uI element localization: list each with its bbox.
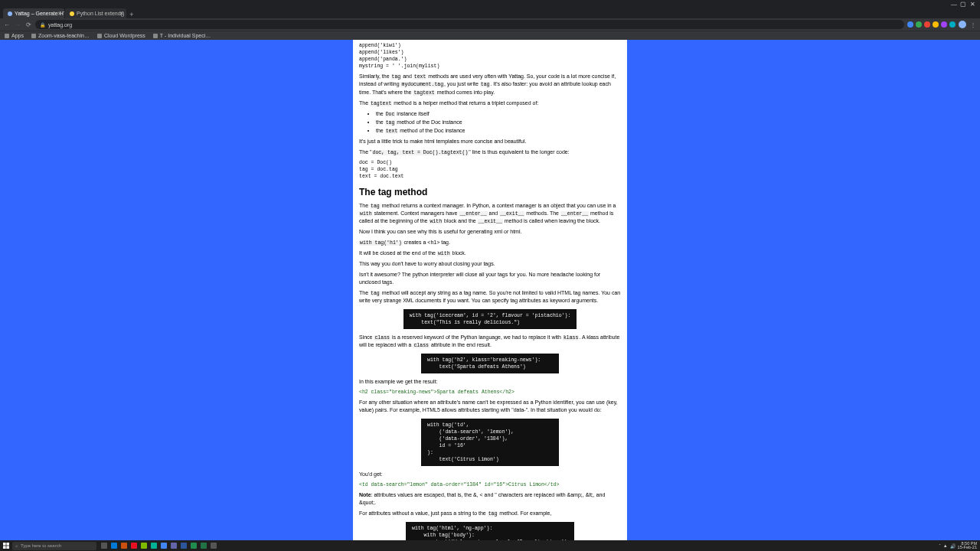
search-icon: ⌕ <box>15 543 18 548</box>
paragraph: Note: attributes values are escaped, tha… <box>359 491 621 507</box>
svg-rect-2 <box>3 546 6 549</box>
menu-button[interactable]: ⋮ <box>969 21 977 28</box>
list-item: the Doc instance itself <box>376 110 621 118</box>
taskbar-search[interactable]: ⌕ Type here to search <box>12 542 96 550</box>
taskbar-app-icon[interactable] <box>109 541 119 550</box>
window-close[interactable]: ✕ <box>968 1 977 8</box>
back-button[interactable]: ← <box>3 21 11 28</box>
apps-icon <box>5 34 9 38</box>
svg-rect-3 <box>6 546 9 549</box>
extension-icon[interactable] <box>941 21 947 28</box>
taskbar-app-icon[interactable] <box>100 541 109 550</box>
window-maximize[interactable]: ▢ <box>959 1 968 8</box>
taskbar-app-icon[interactable] <box>189 541 198 550</box>
extension-icon[interactable] <box>916 21 922 28</box>
paragraph: It's just a little trick to make html te… <box>359 138 621 145</box>
favicon-icon <box>70 11 74 16</box>
paragraph: with tag('h1') creates a <h1> tag. <box>359 239 621 246</box>
code-block: with tag('html', 'ng-app'): with tag('bo… <box>406 522 574 540</box>
lock-icon: 🔒 <box>40 22 45 28</box>
paragraph: This way you don't have to worry about c… <box>359 260 621 268</box>
code-block: with tag('td', ('data-search', 'lemon'),… <box>421 419 559 467</box>
list-item: the text method of the Doc instance <box>376 127 621 135</box>
browser-tab-strip: Yattag – Generate HTML with Py ✕ Python … <box>0 8 980 18</box>
extension-icon[interactable] <box>907 21 913 28</box>
browser-tab[interactable]: Python List extend() ✕ <box>65 8 126 18</box>
forward-button[interactable]: → <box>14 21 21 28</box>
windows-icon <box>3 543 9 549</box>
extension-icon[interactable] <box>924 21 930 28</box>
browser-tab[interactable]: Yattag – Generate HTML with Py ✕ <box>3 8 64 18</box>
window-titlebar: — ▢ ✕ <box>0 0 980 8</box>
paragraph: The "doc, tag, text = Doc().tagtext()" l… <box>359 148 621 156</box>
browser-toolbar: ← → ⟳ 🔒 yattag.org ⋮ <box>0 18 980 31</box>
bookmark-icon <box>153 34 158 38</box>
taskbar-app-icon[interactable] <box>179 541 188 550</box>
page-viewport[interactable]: append('kiwi') append('likes') append('p… <box>0 40 980 540</box>
system-tray[interactable]: ˄ ▲ 🔊 8:50 PM 15-Feb-21 <box>939 542 978 550</box>
bookmarks-bar: Apps Zoom-vasa-teachin… Cloud Wordpress … <box>0 31 980 40</box>
code-block: with tag('h2', klass='breaking-news'): t… <box>421 354 559 373</box>
bookmark-item[interactable]: Cloud Wordpress <box>97 33 145 38</box>
bookmark-label: Zoom-vasa-teachin… <box>38 33 90 38</box>
taskbar-clock[interactable]: 8:50 PM 15-Feb-21 <box>958 542 977 550</box>
html-output: <td data-search="lemon" data-order="1384… <box>359 481 621 488</box>
bookmark-item[interactable]: Zoom-vasa-teachin… <box>31 33 90 38</box>
volume-icon[interactable]: 🔊 <box>950 543 956 549</box>
network-icon[interactable]: ▲ <box>943 543 948 548</box>
profile-avatar[interactable] <box>959 21 966 28</box>
heading-tag-method: The tag method <box>359 186 621 199</box>
windows-taskbar: ⌕ Type here to search ˄ ▲ 🔊 8:50 PM 15-F… <box>0 540 980 551</box>
taskbar-app-icon[interactable] <box>149 541 158 550</box>
bookmark-label: T - Individual Speci… <box>160 33 211 38</box>
list-item: the tag method of the Doc instance <box>376 119 621 126</box>
svg-rect-1 <box>6 543 9 546</box>
close-icon[interactable]: ✕ <box>119 11 124 17</box>
paragraph: The tag method will accept any string as… <box>359 289 621 305</box>
code-snippet: append('kiwi') append('likes') append('p… <box>359 42 621 70</box>
url-text: yattag.org <box>48 22 72 28</box>
paragraph: Isn't it awesome? The python interpreter… <box>359 271 621 286</box>
paragraph: Now I think you can see why this is usef… <box>359 228 621 236</box>
paragraph: For any other situation where an attribu… <box>359 399 621 414</box>
bookmark-label: Apps <box>11 33 24 38</box>
taskbar-app-icon[interactable] <box>119 541 129 550</box>
new-tab-button[interactable]: + <box>127 11 136 18</box>
extension-icons <box>907 21 956 28</box>
paragraph: Since class is a reserved keyword of the… <box>359 334 621 349</box>
paragraph: The tag method returns a context manager… <box>359 202 621 225</box>
code-block: with tag('icecream', id = '2', flavour =… <box>403 309 577 329</box>
code-snippet: doc = Doc() tag = doc.tag text = doc.tex… <box>359 159 621 180</box>
tab-title: Python List extend() <box>77 11 124 16</box>
paragraph: For attributes without a value, just pas… <box>359 510 621 517</box>
paragraph: In this example we get the result: <box>359 378 621 386</box>
search-placeholder: Type here to search <box>21 543 61 548</box>
page-content: append('kiwi') append('likes') append('p… <box>353 40 627 540</box>
extension-icon[interactable] <box>949 21 956 28</box>
taskbar-app-icon[interactable] <box>209 541 218 550</box>
start-button[interactable] <box>2 541 11 550</box>
taskbar-app-icon[interactable] <box>199 541 208 550</box>
taskbar-app-icon[interactable] <box>169 541 178 550</box>
close-icon[interactable]: ✕ <box>57 11 62 17</box>
bookmark-icon <box>97 34 102 38</box>
window-minimize[interactable]: — <box>949 1 959 8</box>
address-bar[interactable]: 🔒 yattag.org <box>35 20 904 29</box>
taskbar-app-icon[interactable] <box>129 541 139 550</box>
html-output: <h2 class="breaking-news">Sparta defeats… <box>359 389 621 396</box>
taskbar-apps <box>100 541 218 550</box>
bookmark-item[interactable]: Apps <box>5 33 24 38</box>
paragraph: It will be closed at the end of the with… <box>359 249 621 257</box>
bookmark-item[interactable]: T - Individual Speci… <box>153 33 211 38</box>
extension-icon[interactable] <box>933 21 939 28</box>
paragraph: The tagtext method is a helper method th… <box>359 99 621 107</box>
favicon-icon <box>8 11 12 16</box>
paragraph: You'd get: <box>359 471 621 478</box>
triplet-list: the Doc instance itself the tag method o… <box>376 110 621 135</box>
paragraph: Similarly, the tag and text methods are … <box>359 73 621 96</box>
taskbar-app-icon[interactable] <box>159 541 168 550</box>
taskbar-app-icon[interactable] <box>139 541 149 550</box>
bookmark-icon <box>31 34 36 38</box>
reload-button[interactable]: ⟳ <box>24 21 32 28</box>
chevron-up-icon[interactable]: ˄ <box>939 543 941 549</box>
